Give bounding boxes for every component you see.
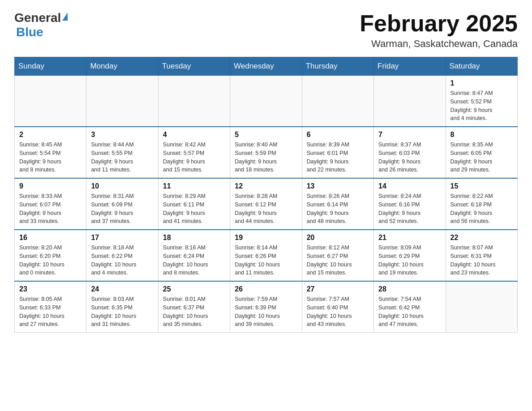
day-info: Sunrise: 8:07 AM Sunset: 6:31 PM Dayligh… <box>450 244 513 277</box>
day-info: Sunrise: 8:40 AM Sunset: 5:59 PM Dayligh… <box>235 141 297 174</box>
calendar-week-row: 16Sunrise: 8:20 AM Sunset: 6:20 PM Dayli… <box>15 230 518 281</box>
day-info: Sunrise: 8:18 AM Sunset: 6:22 PM Dayligh… <box>91 244 153 277</box>
calendar-cell: 27Sunrise: 7:57 AM Sunset: 6:40 PM Dayli… <box>302 281 373 333</box>
calendar-cell: 21Sunrise: 8:09 AM Sunset: 6:29 PM Dayli… <box>374 230 446 281</box>
calendar-week-row: 9Sunrise: 8:33 AM Sunset: 6:07 PM Daylig… <box>15 178 518 230</box>
day-info: Sunrise: 8:31 AM Sunset: 6:09 PM Dayligh… <box>91 192 153 226</box>
calendar-cell <box>230 76 302 127</box>
day-number: 17 <box>91 234 153 242</box>
logo: General Blue <box>14 11 68 39</box>
calendar-cell: 14Sunrise: 8:24 AM Sunset: 6:16 PM Dayli… <box>374 178 446 230</box>
location-subtitle: Warman, Saskatchewan, Canada <box>360 38 518 50</box>
col-wednesday: Wednesday <box>230 57 302 76</box>
day-info: Sunrise: 8:22 AM Sunset: 6:18 PM Dayligh… <box>450 192 513 226</box>
logo-blue-text: Blue <box>16 25 43 39</box>
day-info: Sunrise: 8:42 AM Sunset: 5:57 PM Dayligh… <box>163 141 225 174</box>
day-number: 8 <box>450 131 513 139</box>
day-number: 21 <box>378 234 441 242</box>
calendar-table: Sunday Monday Tuesday Wednesday Thursday… <box>14 57 518 333</box>
calendar-cell: 9Sunrise: 8:33 AM Sunset: 6:07 PM Daylig… <box>15 178 86 230</box>
col-monday: Monday <box>86 57 158 76</box>
day-number: 5 <box>235 131 297 139</box>
day-number: 22 <box>450 234 513 242</box>
calendar-cell: 25Sunrise: 8:01 AM Sunset: 6:37 PM Dayli… <box>158 281 230 333</box>
col-sunday: Sunday <box>15 57 86 76</box>
day-info: Sunrise: 8:39 AM Sunset: 6:01 PM Dayligh… <box>307 141 369 174</box>
day-info: Sunrise: 8:44 AM Sunset: 5:55 PM Dayligh… <box>91 141 153 174</box>
day-number: 11 <box>163 182 225 190</box>
calendar-cell: 2Sunrise: 8:45 AM Sunset: 5:54 PM Daylig… <box>15 127 86 178</box>
day-number: 9 <box>19 182 82 190</box>
day-number: 24 <box>91 285 153 293</box>
calendar-cell <box>158 76 230 127</box>
day-number: 23 <box>19 285 82 293</box>
day-number: 19 <box>235 234 297 242</box>
day-number: 10 <box>91 182 153 190</box>
logo-triangle <box>62 13 68 21</box>
calendar-cell: 11Sunrise: 8:29 AM Sunset: 6:11 PM Dayli… <box>158 178 230 230</box>
day-number: 26 <box>235 285 297 293</box>
day-number: 3 <box>91 131 153 139</box>
day-number: 1 <box>450 79 513 87</box>
day-number: 28 <box>378 285 441 293</box>
day-info: Sunrise: 8:28 AM Sunset: 6:12 PM Dayligh… <box>235 192 297 226</box>
calendar-cell <box>446 281 517 333</box>
day-number: 15 <box>450 182 513 190</box>
calendar-cell: 19Sunrise: 8:14 AM Sunset: 6:26 PM Dayli… <box>230 230 302 281</box>
calendar-cell <box>15 76 86 127</box>
day-info: Sunrise: 8:03 AM Sunset: 6:35 PM Dayligh… <box>91 295 153 329</box>
col-thursday: Thursday <box>302 57 373 76</box>
col-friday: Friday <box>374 57 446 76</box>
day-info: Sunrise: 8:05 AM Sunset: 6:33 PM Dayligh… <box>19 295 82 329</box>
day-info: Sunrise: 8:29 AM Sunset: 6:11 PM Dayligh… <box>163 192 225 226</box>
calendar-cell: 3Sunrise: 8:44 AM Sunset: 5:55 PM Daylig… <box>86 127 158 178</box>
calendar-cell: 16Sunrise: 8:20 AM Sunset: 6:20 PM Dayli… <box>15 230 86 281</box>
calendar-week-row: 23Sunrise: 8:05 AM Sunset: 6:33 PM Dayli… <box>15 281 518 333</box>
calendar-cell: 17Sunrise: 8:18 AM Sunset: 6:22 PM Dayli… <box>86 230 158 281</box>
calendar-cell: 7Sunrise: 8:37 AM Sunset: 6:03 PM Daylig… <box>374 127 446 178</box>
day-info: Sunrise: 8:26 AM Sunset: 6:14 PM Dayligh… <box>307 192 369 226</box>
day-number: 27 <box>307 285 369 293</box>
calendar-cell: 26Sunrise: 7:59 AM Sunset: 6:39 PM Dayli… <box>230 281 302 333</box>
page-header: General Blue February 2025 Warman, Saska… <box>14 11 518 50</box>
day-number: 13 <box>307 182 369 190</box>
day-info: Sunrise: 8:12 AM Sunset: 6:27 PM Dayligh… <box>307 244 369 277</box>
day-info: Sunrise: 8:37 AM Sunset: 6:03 PM Dayligh… <box>378 141 441 174</box>
calendar-cell <box>86 76 158 127</box>
calendar-week-row: 2Sunrise: 8:45 AM Sunset: 5:54 PM Daylig… <box>15 127 518 178</box>
day-number: 6 <box>307 131 369 139</box>
day-number: 20 <box>307 234 369 242</box>
title-section: February 2025 Warman, Saskatchewan, Cana… <box>360 11 518 50</box>
day-info: Sunrise: 8:16 AM Sunset: 6:24 PM Dayligh… <box>163 244 225 277</box>
day-info: Sunrise: 7:59 AM Sunset: 6:39 PM Dayligh… <box>235 295 297 329</box>
calendar-cell: 28Sunrise: 7:54 AM Sunset: 6:42 PM Dayli… <box>374 281 446 333</box>
calendar-header-row: Sunday Monday Tuesday Wednesday Thursday… <box>15 57 518 76</box>
col-tuesday: Tuesday <box>158 57 230 76</box>
calendar-cell: 1Sunrise: 8:47 AM Sunset: 5:52 PM Daylig… <box>446 76 517 127</box>
day-info: Sunrise: 8:20 AM Sunset: 6:20 PM Dayligh… <box>19 244 82 277</box>
calendar-cell: 24Sunrise: 8:03 AM Sunset: 6:35 PM Dayli… <box>86 281 158 333</box>
day-number: 14 <box>378 182 441 190</box>
day-info: Sunrise: 8:45 AM Sunset: 5:54 PM Dayligh… <box>19 141 82 174</box>
day-info: Sunrise: 8:47 AM Sunset: 5:52 PM Dayligh… <box>450 89 513 123</box>
calendar-cell: 22Sunrise: 8:07 AM Sunset: 6:31 PM Dayli… <box>446 230 517 281</box>
day-info: Sunrise: 8:09 AM Sunset: 6:29 PM Dayligh… <box>378 244 441 277</box>
day-info: Sunrise: 7:54 AM Sunset: 6:42 PM Dayligh… <box>378 295 441 329</box>
day-number: 25 <box>163 285 225 293</box>
day-info: Sunrise: 8:33 AM Sunset: 6:07 PM Dayligh… <box>19 192 82 226</box>
calendar-cell: 23Sunrise: 8:05 AM Sunset: 6:33 PM Dayli… <box>15 281 86 333</box>
day-info: Sunrise: 7:57 AM Sunset: 6:40 PM Dayligh… <box>307 295 369 329</box>
day-number: 4 <box>163 131 225 139</box>
day-info: Sunrise: 8:01 AM Sunset: 6:37 PM Dayligh… <box>163 295 225 329</box>
day-number: 12 <box>235 182 297 190</box>
month-title: February 2025 <box>360 11 518 36</box>
col-saturday: Saturday <box>446 57 517 76</box>
calendar-cell: 6Sunrise: 8:39 AM Sunset: 6:01 PM Daylig… <box>302 127 373 178</box>
day-info: Sunrise: 8:35 AM Sunset: 6:05 PM Dayligh… <box>450 141 513 174</box>
day-number: 16 <box>19 234 82 242</box>
calendar-cell: 20Sunrise: 8:12 AM Sunset: 6:27 PM Dayli… <box>302 230 373 281</box>
calendar-cell <box>302 76 373 127</box>
day-info: Sunrise: 8:24 AM Sunset: 6:16 PM Dayligh… <box>378 192 441 226</box>
calendar-cell: 8Sunrise: 8:35 AM Sunset: 6:05 PM Daylig… <box>446 127 517 178</box>
calendar-cell: 15Sunrise: 8:22 AM Sunset: 6:18 PM Dayli… <box>446 178 517 230</box>
